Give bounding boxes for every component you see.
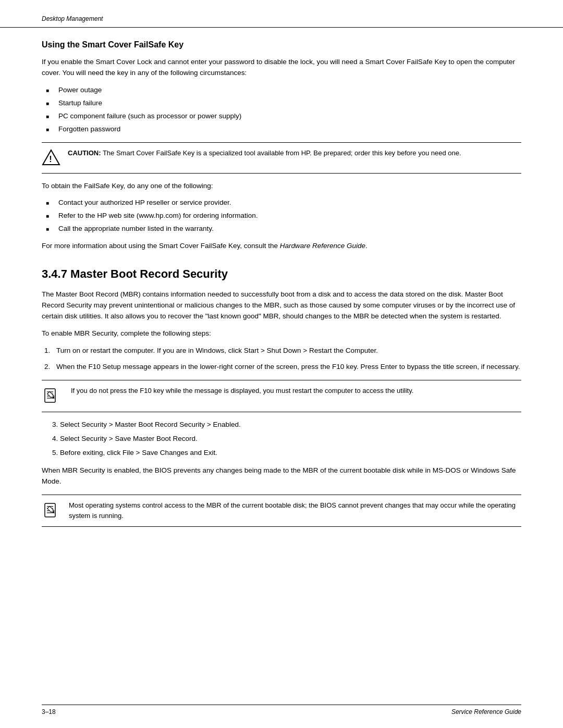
caution-body: The Smart Cover FailSafe Key is a specia…	[101, 149, 461, 157]
caution-text: CAUTION: The Smart Cover FailSafe Key is…	[68, 148, 461, 158]
section1-bullets: Power outage Startup failure PC componen…	[42, 85, 521, 135]
list-item: 3. Select Security > Master Boot Record …	[52, 419, 521, 430]
section1-closing: For more information about using the Sma…	[42, 241, 521, 252]
page-wrapper: Desktop Management Using the Smart Cover…	[0, 0, 563, 728]
list-item: PC component failure (such as processor …	[42, 111, 521, 122]
closing-after: .	[365, 242, 368, 250]
steps-continued: 3. Select Security > Master Boot Record …	[52, 419, 521, 459]
list-item: 5. Before exiting, click File > Save Cha…	[52, 448, 521, 459]
list-item: Startup failure	[42, 98, 521, 109]
footer-guide-name: Service Reference Guide	[451, 708, 521, 715]
caution-label: CAUTION:	[68, 149, 101, 157]
list-item: Turn on or restart the computer. If you …	[52, 346, 521, 356]
page-header: Desktop Management	[0, 0, 563, 28]
closing-italic: Hardware Reference Guide	[280, 242, 365, 250]
steps-intro: To enable MBR Security, complete the fol…	[42, 328, 521, 339]
note1-text: If you do not press the F10 key while th…	[71, 386, 413, 396]
header-title: Desktop Management	[42, 15, 103, 22]
list-item: Contact your authorized HP reseller or s…	[42, 198, 521, 208]
note-icon-2	[42, 500, 62, 521]
section1-intro: If you enable the Smart Cover Lock and c…	[42, 57, 521, 79]
page-footer: 3–18 Service Reference Guide	[42, 705, 521, 715]
list-item: 4. Select Security > Save Master Boot Re…	[52, 434, 521, 445]
pencil-icon	[42, 387, 62, 406]
pencil-icon-2	[42, 501, 62, 521]
obtain-text: To obtain the FailSafe Key, do any one o…	[42, 181, 521, 192]
section2-heading: Master Boot Record Security	[70, 267, 228, 280]
section1-title: Using the Smart Cover FailSafe Key	[42, 40, 521, 50]
after-steps-text: When MBR Security is enabled, the BIOS p…	[42, 465, 521, 487]
main-content: Using the Smart Cover FailSafe Key If yo…	[0, 28, 563, 565]
list-item: Call the appropriate number listed in th…	[42, 224, 521, 235]
closing-before-italic: For more information about using the Sma…	[42, 242, 280, 250]
note-icon-1	[42, 386, 64, 406]
section2-title: 3.4.7 Master Boot Record Security	[42, 267, 521, 281]
caution-box: ! CAUTION: The Smart Cover FailSafe Key …	[42, 142, 521, 174]
list-item: Power outage	[42, 85, 521, 96]
section2-intro: The Master Boot Record (MBR) contains in…	[42, 289, 521, 322]
note2-text: Most operating systems control access to…	[69, 500, 521, 521]
warning-triangle-icon: !	[42, 149, 60, 166]
footer-page-number: 3–18	[42, 708, 56, 715]
note-box-2: Most operating systems control access to…	[42, 495, 521, 527]
note-box-1: If you do not press the F10 key while th…	[42, 380, 521, 412]
svg-text:!: !	[49, 155, 52, 164]
caution-icon: !	[42, 149, 60, 168]
list-item: Refer to the HP web site (www.hp.com) fo…	[42, 211, 521, 221]
steps-list: Turn on or restart the computer. If you …	[42, 346, 521, 373]
list-item: When the F10 Setup message appears in th…	[52, 362, 521, 373]
list-item: Forgotten password	[42, 124, 521, 135]
section2-number: 3.4.7	[42, 267, 67, 280]
obtain-bullets: Contact your authorized HP reseller or s…	[42, 198, 521, 235]
